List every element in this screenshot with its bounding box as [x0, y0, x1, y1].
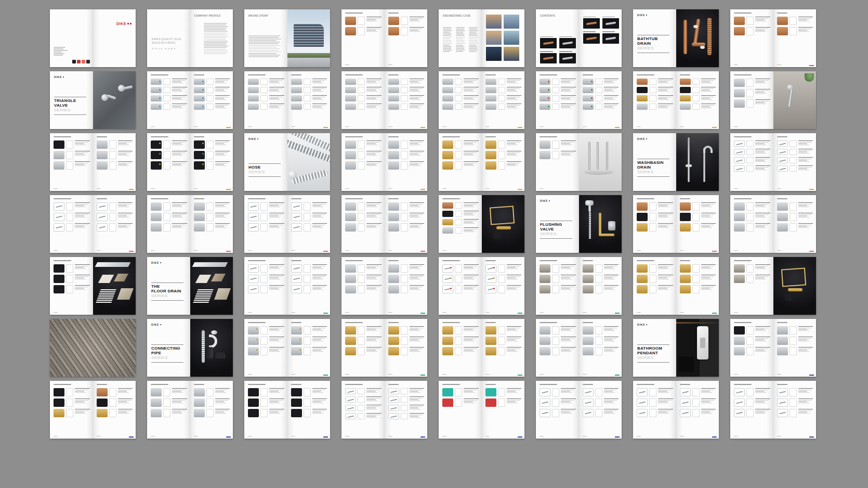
floor-drain-products-3[interactable]	[341, 257, 427, 315]
hose-title[interactable]: DIKEHOSESERIES	[244, 133, 330, 191]
spec-text-block	[507, 275, 522, 280]
spec-line	[701, 214, 714, 215]
bathtub-products-1[interactable]	[341, 9, 427, 67]
spec-rule	[118, 213, 133, 213]
floor-drain-products-4[interactable]	[439, 257, 524, 315]
page-header-text	[583, 260, 593, 261]
drain-products-1[interactable]	[50, 195, 136, 253]
case-building-photo[interactable]	[504, 31, 519, 45]
triangle-valve-title[interactable]: DIKETRIANGLEVALVESERIES	[50, 71, 136, 129]
engineering-case-spread[interactable]: ENGINEERING CASE	[439, 9, 524, 67]
spec-rule	[507, 275, 522, 275]
hose-products-2[interactable]	[147, 133, 233, 191]
contents-entry-hose[interactable]	[540, 51, 557, 63]
triangle-valve-products-4[interactable]	[439, 71, 524, 129]
hose-products-4[interactable]	[439, 133, 524, 191]
flushing-valve-products-1[interactable]	[633, 195, 719, 253]
case-building-photo[interactable]	[504, 15, 519, 29]
flushing-valve-products-2[interactable]	[730, 195, 816, 253]
case-building-photo[interactable]	[504, 47, 519, 61]
contents-entry-bathtub-drain[interactable]	[540, 36, 557, 48]
floor-drain-products-1[interactable]	[50, 257, 136, 315]
product-row	[442, 104, 479, 110]
brand-story-spread[interactable]: BRAND STORY	[244, 9, 330, 67]
pendant-products-1[interactable]	[730, 319, 816, 377]
pendant-products-4[interactable]	[244, 381, 330, 439]
contents-entry-bathroom-pendant[interactable]	[602, 31, 619, 43]
spec-line	[561, 152, 574, 153]
spec-line	[507, 279, 518, 279]
spec-line	[215, 152, 228, 153]
triangle-valve-products-1[interactable]	[147, 71, 233, 129]
triangle-valve-products-5[interactable]	[536, 71, 622, 129]
drain-products-3[interactable]	[244, 195, 330, 253]
contents-entry-flushing-valve[interactable]	[583, 17, 600, 29]
triangle-valve-products-2[interactable]	[244, 71, 330, 129]
pendant-products-9[interactable]	[730, 381, 816, 439]
qr-code[interactable]	[86, 60, 90, 63]
page-right	[773, 381, 817, 439]
finish-accent-dot	[159, 89, 161, 91]
floor-drain-products-5[interactable]	[536, 257, 622, 315]
drain-products-2[interactable]	[147, 195, 233, 253]
pendant-products-6[interactable]	[439, 381, 524, 439]
drain-products-4[interactable]	[341, 195, 427, 253]
case-building-photo[interactable]	[486, 47, 502, 61]
drain-products-5[interactable]	[439, 195, 524, 253]
product-line-art	[779, 143, 785, 145]
connecting-pipe-products-4[interactable]	[536, 319, 622, 377]
spec-line	[701, 267, 711, 267]
pendant-products-8[interactable]	[633, 381, 719, 439]
contents-entry-washbasin-drain[interactable]	[559, 51, 576, 63]
product-list	[637, 264, 673, 310]
product-row	[151, 399, 187, 407]
product-thumb	[388, 151, 399, 159]
dimension-diagram	[790, 202, 797, 211]
washbasin-drain-title[interactable]: DIKEWASHBASINDRAINSERIES	[633, 133, 719, 191]
contents-entry-triangle-valve[interactable]	[559, 36, 576, 48]
pendant-products-7[interactable]	[536, 381, 622, 439]
qr-code[interactable]	[77, 60, 81, 63]
connecting-pipe-title[interactable]: DIKECONNECTINGPIPESERIES	[147, 319, 233, 377]
case-building-photo[interactable]	[486, 31, 502, 45]
floor-drain-title[interactable]: DIKETHEFLOOR DRAINSERIES	[147, 257, 233, 315]
qr-code[interactable]	[72, 60, 76, 63]
qr-code[interactable]	[82, 60, 85, 63]
bathtub-drain-title[interactable]: DIKEBATHTUBDRAINSERIES	[633, 9, 719, 67]
product-thumb	[388, 87, 399, 93]
floor-drain-products-2[interactable]	[244, 257, 330, 315]
pendant-products-2[interactable]	[50, 381, 136, 439]
tagline-profile-spread[interactable]: DIKE'S QUALITY IS AS SOLID AS A ROCK帝凯品质…	[147, 9, 233, 67]
hose-products-3[interactable]	[341, 133, 427, 191]
spec-line	[464, 142, 477, 143]
dimension-diagram	[746, 79, 754, 87]
washbasin-products-1[interactable]	[536, 133, 622, 191]
washbasin-products-2[interactable]	[730, 133, 816, 191]
bathroom-pendant-title[interactable]: DIKEBATHROOMPENDANTSERIES	[633, 319, 719, 377]
pendant-products-3[interactable]	[147, 381, 233, 439]
connecting-pipe-products-1[interactable]	[244, 319, 330, 377]
cover-spread[interactable]: DIKE	[50, 9, 136, 67]
finish-accent-dot	[202, 163, 204, 165]
pendant-products-5[interactable]	[341, 381, 427, 439]
text-line	[248, 50, 279, 51]
triangle-valve-products-3[interactable]	[341, 71, 427, 129]
floor-drain-products-7[interactable]	[730, 257, 816, 315]
case-building-photo[interactable]	[486, 15, 502, 29]
triangle-valve-products-7[interactable]	[730, 71, 816, 129]
connecting-pipe-products-3[interactable]	[439, 319, 524, 377]
page-number	[777, 250, 781, 251]
bathtub-products-2[interactable]	[730, 9, 816, 67]
flushing-valve-title[interactable]: DIKEFLUSHINGVALVESERIES	[536, 195, 622, 253]
spec-rule	[312, 104, 327, 104]
connecting-pipe-photo[interactable]	[50, 319, 136, 377]
triangle-valve-products-6[interactable]	[633, 71, 719, 129]
contents-entry-connecting-pipe[interactable]	[583, 31, 600, 43]
contents-spread[interactable]: CONTENTS	[536, 9, 622, 67]
spec-rule	[798, 409, 813, 409]
floor-drain-products-6[interactable]	[633, 257, 719, 315]
connecting-pipe-products-2[interactable]	[341, 319, 427, 377]
contents-entry-floor-drain[interactable]	[602, 17, 619, 29]
hose-products-1[interactable]	[50, 133, 136, 191]
text-line	[456, 38, 463, 40]
